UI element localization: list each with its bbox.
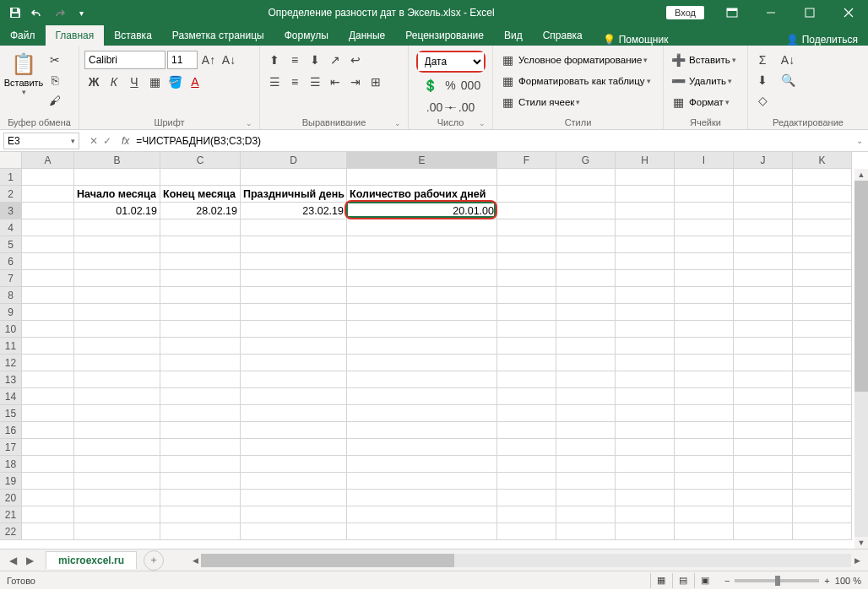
cell-G10[interactable] <box>556 321 616 338</box>
vscroll-thumb[interactable] <box>854 181 868 392</box>
cell-I7[interactable] <box>675 270 734 287</box>
cell-G2[interactable] <box>556 186 616 203</box>
cell-F7[interactable] <box>497 270 556 287</box>
cell-I4[interactable] <box>675 219 734 236</box>
zoom-in-icon[interactable]: + <box>824 576 829 586</box>
formula-bar[interactable] <box>133 135 851 147</box>
col-header-C[interactable]: C <box>160 152 241 169</box>
align-left-icon[interactable]: ☰ <box>265 73 284 91</box>
cell-K1[interactable] <box>793 169 852 186</box>
cell-G5[interactable] <box>556 236 616 253</box>
cell-J4[interactable] <box>734 219 793 236</box>
cell-D8[interactable] <box>241 287 347 304</box>
borders-icon[interactable]: ▦ <box>145 73 164 91</box>
fx-icon[interactable]: fx <box>118 135 133 147</box>
row-header-18[interactable]: 18 <box>0 456 22 473</box>
cell-K14[interactable] <box>793 388 852 405</box>
cell-H9[interactable] <box>616 304 675 321</box>
cell-J21[interactable] <box>734 506 793 523</box>
cell-D21[interactable] <box>241 506 347 523</box>
cell-K20[interactable] <box>793 490 852 506</box>
cell-G21[interactable] <box>556 506 616 523</box>
cell-C3[interactable]: 28.02.19 <box>160 203 241 219</box>
row-header-3[interactable]: 3 <box>0 203 22 219</box>
cell-H3[interactable] <box>616 203 675 219</box>
cell-H2[interactable] <box>616 186 675 203</box>
cell-E4[interactable] <box>347 219 497 236</box>
cell-H12[interactable] <box>616 355 675 371</box>
col-header-J[interactable]: J <box>734 152 793 169</box>
row-header-19[interactable]: 19 <box>0 473 22 490</box>
cell-F2[interactable] <box>497 186 556 203</box>
cell-F6[interactable] <box>497 253 556 270</box>
cell-E20[interactable] <box>347 490 497 506</box>
maximize-icon[interactable] <box>790 0 829 25</box>
page-break-view-icon[interactable]: ▣ <box>694 573 716 588</box>
cell-C8[interactable] <box>160 287 241 304</box>
cell-D2[interactable]: Праздничный день <box>241 186 347 203</box>
qat-customize-icon[interactable]: ▾ <box>71 3 91 23</box>
underline-button[interactable]: Ч <box>125 73 144 91</box>
font-color-icon[interactable]: A <box>186 73 204 91</box>
sort-filter-icon[interactable]: A↓ <box>775 51 800 69</box>
cell-B15[interactable] <box>74 405 160 422</box>
cell-I20[interactable] <box>675 490 734 506</box>
row-header-6[interactable]: 6 <box>0 253 22 270</box>
cell-B16[interactable] <box>74 422 160 439</box>
expand-formula-bar-icon[interactable]: ⌄ <box>851 136 868 145</box>
cell-K22[interactable] <box>793 523 852 540</box>
cell-J16[interactable] <box>734 422 793 439</box>
cell-I1[interactable] <box>675 169 734 186</box>
row-header-4[interactable]: 4 <box>0 219 22 236</box>
cell-H14[interactable] <box>616 388 675 405</box>
cell-E9[interactable] <box>347 304 497 321</box>
col-header-K[interactable]: K <box>793 152 852 169</box>
decrease-font-icon[interactable]: A↓ <box>220 51 238 69</box>
cell-B8[interactable] <box>74 287 160 304</box>
cell-J3[interactable] <box>734 203 793 219</box>
increase-font-icon[interactable]: A↑ <box>199 51 218 69</box>
cell-I10[interactable] <box>675 321 734 338</box>
minimize-icon[interactable] <box>751 0 790 25</box>
align-top-icon[interactable]: ⬆ <box>265 51 284 69</box>
cell-G7[interactable] <box>556 270 616 287</box>
row-header-20[interactable]: 20 <box>0 490 22 506</box>
currency-icon[interactable]: 💲 <box>421 76 440 95</box>
cell-J1[interactable] <box>734 169 793 186</box>
cell-G3[interactable] <box>556 203 616 219</box>
cell-D17[interactable] <box>241 439 347 456</box>
scroll-left-icon[interactable]: ◀ <box>189 554 201 567</box>
cell-C4[interactable] <box>160 219 241 236</box>
align-middle-icon[interactable]: ≡ <box>285 51 304 69</box>
cell-E2[interactable]: Количество рабочих дней <box>347 186 497 203</box>
cell-B2[interactable]: Начало месяца <box>74 186 160 203</box>
cell-A4[interactable] <box>22 219 74 236</box>
row-header-16[interactable]: 16 <box>0 422 22 439</box>
cell-C5[interactable] <box>160 236 241 253</box>
cell-D22[interactable] <box>241 523 347 540</box>
cell-H22[interactable] <box>616 523 675 540</box>
cell-styles-button[interactable]: ▦Стили ячеек▾ <box>498 93 580 111</box>
cancel-formula-icon[interactable]: ✕ <box>90 135 98 147</box>
cell-H4[interactable] <box>616 219 675 236</box>
cell-I19[interactable] <box>675 473 734 490</box>
cell-A22[interactable] <box>22 523 74 540</box>
cell-J14[interactable] <box>734 388 793 405</box>
redo-icon[interactable] <box>49 3 69 23</box>
cell-I22[interactable] <box>675 523 734 540</box>
cell-A5[interactable] <box>22 236 74 253</box>
cell-C19[interactable] <box>160 473 241 490</box>
row-header-7[interactable]: 7 <box>0 270 22 287</box>
tab-data[interactable]: Данные <box>339 25 395 46</box>
col-header-H[interactable]: H <box>616 152 675 169</box>
cell-B22[interactable] <box>74 523 160 540</box>
cell-K2[interactable] <box>793 186 852 203</box>
format-painter-icon[interactable]: 🖌 <box>46 91 64 110</box>
cell-A15[interactable] <box>22 405 74 422</box>
col-header-A[interactable]: A <box>22 152 74 169</box>
cell-B6[interactable] <box>74 253 160 270</box>
cell-I6[interactable] <box>675 253 734 270</box>
cell-B14[interactable] <box>74 388 160 405</box>
cell-G13[interactable] <box>556 371 616 388</box>
cell-E7[interactable] <box>347 270 497 287</box>
